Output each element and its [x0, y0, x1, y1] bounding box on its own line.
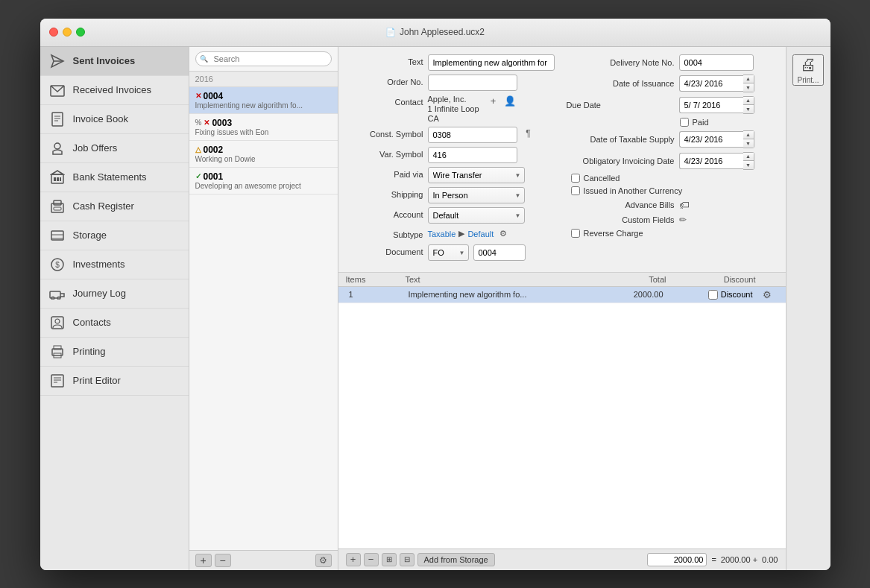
status-icon-x2: ✕ [204, 118, 209, 127]
remove-item-button[interactable]: − [364, 553, 379, 566]
invoice-desc-0002: Working on Dowie [195, 155, 332, 163]
date-issuance-down[interactable]: ▼ [743, 83, 754, 92]
sidebar-label: Printing [73, 346, 106, 357]
date-issuance-up[interactable]: ▲ [743, 75, 754, 83]
add-invoice-button[interactable]: + [195, 554, 212, 567]
status-icon-percent: % [195, 118, 202, 127]
import-item-button[interactable]: ⊟ [400, 553, 414, 566]
invoice-item-0001[interactable]: ✓ 0001 Developing an awesome project [189, 168, 338, 195]
due-date-up[interactable]: ▲ [743, 97, 754, 105]
sidebar-item-sent-invoices[interactable]: Sent Invoices [40, 47, 189, 76]
reverse-charge-checkbox[interactable] [571, 229, 580, 238]
invoice-item-0004[interactable]: ✕ 0004 Implementing new algorithm fo... [189, 87, 338, 114]
invoice-number-0001: ✓ 0001 [195, 171, 332, 182]
taxable-date-row: Date of Taxable Supply ▲ ▼ [567, 130, 775, 148]
account-select[interactable]: Default [428, 207, 525, 224]
item-settings-button-1[interactable]: ⚙ [763, 289, 772, 300]
sidebar-item-print-editor[interactable]: Print Editor [40, 367, 189, 396]
doc-prefix-select[interactable]: FO [428, 244, 469, 261]
discount-label[interactable]: Discount [721, 290, 753, 299]
sidebar-item-storage[interactable]: Storage [40, 221, 189, 250]
add-from-storage-button[interactable]: Add from Storage [417, 553, 495, 566]
date-issuance-row: Date of Issuance ▲ ▼ [567, 75, 775, 92]
sidebar-item-invoice-book[interactable]: Invoice Book [40, 105, 189, 134]
sidebar-item-contacts[interactable]: Contacts [40, 309, 189, 338]
paid-via-select[interactable]: Wire Transfer Cash Bank Transfer [428, 167, 525, 183]
print-editor-icon [49, 373, 66, 389]
reverse-charge-label[interactable]: Reverse Charge [584, 229, 643, 238]
obligatory-date-input[interactable] [679, 153, 743, 169]
sidebar-label: Storage [73, 230, 107, 241]
contact-city: CA [428, 114, 479, 123]
maximize-button[interactable] [76, 28, 85, 37]
form-left: Text Order No. Contact Apple, Inc. [349, 54, 555, 265]
sidebar-item-printing[interactable]: Printing [40, 338, 189, 367]
text-input[interactable] [428, 54, 555, 71]
cancelled-label[interactable]: Cancelled [584, 174, 620, 183]
paid-via-select-wrapper: Wire Transfer Cash Bank Transfer [428, 167, 525, 183]
sidebar-item-journey-log[interactable]: Journey Log [40, 279, 189, 309]
print-area: 🖨 Print... [786, 47, 830, 570]
advance-bills-button[interactable]: 🏷 [679, 199, 690, 211]
paid-checkbox[interactable] [680, 118, 689, 127]
sidebar-item-cash-register[interactable]: Cash Register [40, 192, 189, 221]
remove-invoice-button[interactable]: − [215, 554, 231, 567]
custom-fields-label: Custom Fields [567, 215, 675, 224]
traffic-lights [49, 28, 85, 37]
subtype-config-button[interactable]: ⚙ [497, 227, 510, 241]
svg-rect-15 [54, 207, 61, 210]
investments-icon: $ [49, 256, 66, 273]
delivery-note-input[interactable] [679, 54, 754, 71]
date-issuance-label: Date of Issuance [567, 79, 675, 88]
currency-checkbox[interactable] [571, 186, 580, 195]
paid-label[interactable]: Paid [693, 118, 709, 127]
items-footer: + − ⊞ ⊟ Add from Storage = 2000.00 + 0.0… [338, 549, 786, 570]
sidebar-item-bank-statements[interactable]: Bank Statements [40, 163, 189, 192]
select-contact-button[interactable]: 👤 [503, 95, 517, 108]
order-no-input[interactable] [428, 75, 517, 91]
due-date-label: Due Date [567, 101, 675, 110]
contact-name: Apple, Inc. [428, 95, 479, 104]
invoice-item-0002[interactable]: △ 0002 Working on Dowie [189, 141, 338, 168]
search-input[interactable] [195, 51, 332, 66]
var-symbol-input[interactable] [428, 147, 517, 163]
job-offers-icon [49, 140, 66, 157]
shipping-select[interactable]: In Person Mail Courier [428, 187, 525, 203]
print-button[interactable]: 🖨 Print... [792, 54, 824, 86]
due-date-input[interactable] [679, 97, 743, 113]
custom-fields-button[interactable]: ✏ [679, 215, 687, 225]
form-area: Text Order No. Contact Apple, Inc. [338, 47, 786, 273]
subtotal-input[interactable] [647, 553, 707, 566]
sidebar-item-job-offers[interactable]: Job Offers [40, 134, 189, 163]
cancelled-checkbox[interactable] [571, 174, 580, 183]
invoice-item-0003[interactable]: % ✕ 0003 Fixing issues with Eon [189, 114, 338, 141]
document-number-input[interactable] [473, 244, 526, 261]
const-symbol-input[interactable] [428, 127, 517, 143]
paid-via-row: Paid via Wire Transfer Cash Bank Transfe… [349, 167, 555, 183]
search-wrapper [195, 51, 332, 66]
const-symbol-picker[interactable]: ¶ [522, 127, 535, 140]
taxable-date-label: Date of Taxable Supply [567, 135, 675, 144]
print-icon: 🖨 [800, 55, 816, 75]
content-area: Sent Invoices Received Invoices Invoice … [40, 47, 830, 570]
minimize-button[interactable] [63, 28, 72, 37]
obligatory-date-down[interactable]: ▼ [743, 161, 754, 169]
invoice-desc-0004: Implementing new algorithm fo... [195, 101, 332, 110]
list-settings-button[interactable]: ⚙ [315, 554, 332, 567]
sidebar-item-received-invoices[interactable]: Received Invoices [40, 76, 189, 105]
date-issuance-input[interactable] [679, 75, 743, 92]
currency-label[interactable]: Issued in Another Currency [584, 186, 683, 195]
item-discount-checkbox-1[interactable] [708, 290, 718, 300]
sidebar-item-investments[interactable]: $ Investments [40, 250, 189, 279]
taxable-date-down[interactable]: ▼ [743, 139, 754, 148]
obligatory-date-up[interactable]: ▲ [743, 153, 754, 161]
account-select-wrapper: Default [428, 207, 525, 224]
item-row-1[interactable]: 1 Implementing new algorithm fo... 2000.… [338, 287, 786, 303]
add-item-button[interactable]: + [346, 553, 361, 566]
taxable-date-input[interactable] [679, 131, 743, 148]
due-date-down[interactable]: ▼ [743, 105, 754, 113]
close-button[interactable] [49, 28, 58, 37]
copy-item-button[interactable]: ⊞ [382, 553, 397, 566]
add-contact-button[interactable]: + [487, 95, 500, 108]
taxable-date-up[interactable]: ▲ [743, 131, 754, 139]
